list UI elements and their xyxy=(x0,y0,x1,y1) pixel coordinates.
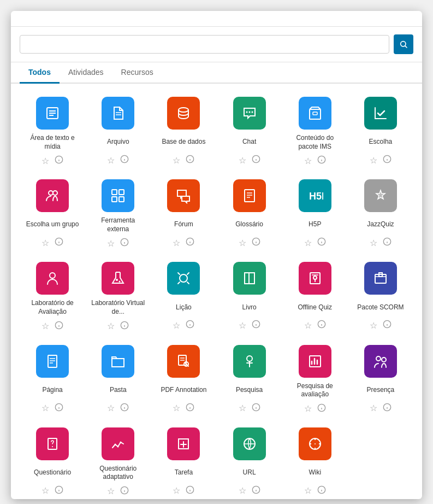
icon-ferramenta-externa[interactable] xyxy=(102,179,134,212)
star-url[interactable]: ☆ xyxy=(238,484,247,497)
star-h5p[interactable]: ☆ xyxy=(303,237,313,249)
star-forum[interactable]: ☆ xyxy=(171,237,181,249)
star-tarefa[interactable]: ☆ xyxy=(171,484,181,497)
info-glossario[interactable] xyxy=(251,236,262,249)
icon-lab-virtual[interactable] xyxy=(102,262,134,295)
icon-licao[interactable] xyxy=(167,262,200,295)
info-pagina[interactable] xyxy=(54,402,64,415)
star-pasta[interactable]: ☆ xyxy=(106,402,116,414)
svg-rect-25 xyxy=(313,112,317,115)
icon-jazzquiz[interactable] xyxy=(364,179,397,212)
info-escolha[interactable] xyxy=(382,154,393,167)
actions-livro: ☆ xyxy=(238,319,262,332)
icon-pesquisa-avaliacao[interactable] xyxy=(299,345,331,378)
search-button[interactable] xyxy=(394,34,413,54)
info-pasta[interactable] xyxy=(119,402,130,415)
info-presenca[interactable] xyxy=(382,402,393,415)
info-area-texto[interactable] xyxy=(54,154,64,167)
info-tarefa[interactable] xyxy=(185,484,195,497)
info-chat[interactable] xyxy=(251,154,262,167)
star-escolha-grupo[interactable]: ☆ xyxy=(40,237,50,249)
info-forum[interactable] xyxy=(185,236,195,249)
actions-pesquisa: ☆ xyxy=(238,402,262,415)
star-offline-quiz[interactable]: ☆ xyxy=(303,319,313,332)
info-livro[interactable] xyxy=(251,319,262,332)
actions-escolha-grupo: ☆ xyxy=(40,236,64,249)
star-pesquisa[interactable]: ☆ xyxy=(238,402,247,414)
icon-pasta[interactable] xyxy=(102,345,134,378)
star-pesquisa-avaliacao[interactable]: ☆ xyxy=(303,402,313,415)
icon-tarefa[interactable] xyxy=(167,427,200,460)
info-pdf-annotation[interactable] xyxy=(185,402,195,415)
icon-area-texto[interactable] xyxy=(36,97,69,130)
info-jazzquiz[interactable] xyxy=(382,236,393,249)
icon-pdf-annotation[interactable] xyxy=(167,345,200,378)
info-ferramenta-externa[interactable] xyxy=(119,237,130,250)
star-base-dados[interactable]: ☆ xyxy=(171,154,181,167)
icon-glossario[interactable] xyxy=(233,179,266,212)
tab-activities[interactable]: Atividades xyxy=(60,62,112,84)
icon-presenca[interactable] xyxy=(364,345,397,378)
svg-point-118 xyxy=(376,356,381,361)
star-questionario[interactable]: ☆ xyxy=(40,484,50,497)
star-wiki[interactable]: ☆ xyxy=(303,484,313,497)
info-lab-virtual[interactable] xyxy=(119,320,130,333)
icon-escolha-grupo[interactable] xyxy=(36,179,69,212)
info-questionario-adaptativo[interactable] xyxy=(119,485,130,498)
info-offline-quiz[interactable] xyxy=(316,319,327,332)
star-lab-avaliacao[interactable]: ☆ xyxy=(40,320,50,332)
tab-all[interactable]: Todos xyxy=(20,62,60,84)
star-escolha[interactable]: ☆ xyxy=(369,154,378,167)
info-arquivo[interactable] xyxy=(119,154,130,167)
actions-pdf-annotation: ☆ xyxy=(171,402,195,415)
icon-pacote-scorm[interactable] xyxy=(364,262,397,295)
info-pesquisa-avaliacao[interactable] xyxy=(316,402,327,415)
icon-questionario[interactable] xyxy=(36,427,69,460)
info-conteudo-pacote[interactable] xyxy=(316,154,327,167)
star-glossario[interactable]: ☆ xyxy=(238,237,247,249)
tab-resources[interactable]: Recursos xyxy=(112,62,162,84)
icon-lab-avaliacao[interactable] xyxy=(36,262,69,295)
star-pacote-scorm[interactable]: ☆ xyxy=(369,319,378,332)
icon-questionario-adaptativo[interactable] xyxy=(102,427,134,460)
info-questionario[interactable] xyxy=(54,484,64,497)
star-lab-virtual[interactable]: ☆ xyxy=(106,320,116,332)
icon-conteudo-pacote[interactable] xyxy=(299,97,331,130)
star-chat[interactable]: ☆ xyxy=(238,154,247,167)
info-base-dados[interactable] xyxy=(185,154,195,167)
icon-pagina[interactable] xyxy=(36,345,69,378)
star-jazzquiz[interactable]: ☆ xyxy=(369,237,378,249)
icon-pesquisa[interactable] xyxy=(233,345,266,378)
actions-questionario: ☆ xyxy=(40,484,64,497)
star-livro[interactable]: ☆ xyxy=(238,319,247,332)
icon-h5p[interactable]: H5P xyxy=(299,179,331,212)
search-input[interactable] xyxy=(20,35,389,54)
info-licao[interactable] xyxy=(185,319,195,332)
info-lab-avaliacao[interactable] xyxy=(54,320,64,333)
star-ferramenta-externa[interactable]: ☆ xyxy=(106,237,116,250)
star-conteudo-pacote[interactable]: ☆ xyxy=(303,155,313,167)
info-pesquisa[interactable] xyxy=(251,402,262,415)
info-url[interactable] xyxy=(251,484,262,497)
star-licao[interactable]: ☆ xyxy=(171,319,181,332)
icon-escolha[interactable] xyxy=(364,97,397,130)
info-escolha-grupo[interactable] xyxy=(54,236,64,249)
info-wiki[interactable] xyxy=(316,484,327,497)
svg-point-19 xyxy=(248,112,250,113)
icon-wiki[interactable] xyxy=(299,427,331,460)
star-pagina[interactable]: ☆ xyxy=(40,402,50,414)
icon-url[interactable] xyxy=(233,427,266,460)
icon-offline-quiz[interactable] xyxy=(299,262,331,295)
icon-forum[interactable] xyxy=(167,179,200,212)
star-questionario-adaptativo[interactable]: ☆ xyxy=(106,485,116,497)
icon-arquivo[interactable] xyxy=(102,97,134,130)
info-pacote-scorm[interactable] xyxy=(382,319,393,332)
icon-livro[interactable] xyxy=(233,262,266,295)
star-area-texto[interactable]: ☆ xyxy=(40,155,50,167)
info-h5p[interactable] xyxy=(316,236,327,249)
icon-chat[interactable] xyxy=(233,97,266,130)
star-arquivo[interactable]: ☆ xyxy=(106,154,116,167)
star-pdf-annotation[interactable]: ☆ xyxy=(171,402,181,414)
star-presenca[interactable]: ☆ xyxy=(369,402,378,414)
icon-base-dados[interactable] xyxy=(167,97,200,130)
